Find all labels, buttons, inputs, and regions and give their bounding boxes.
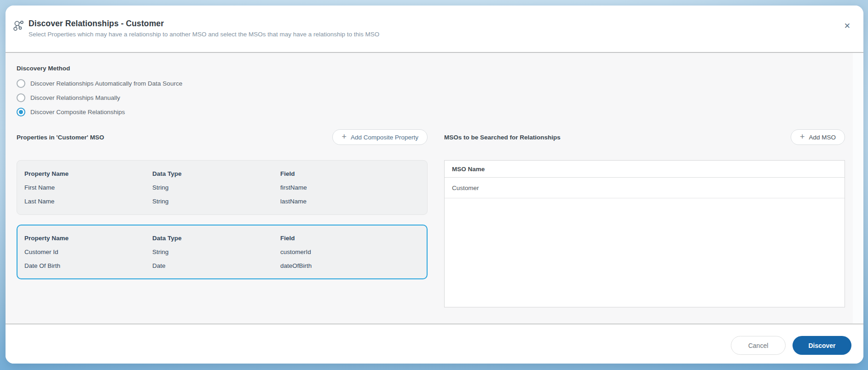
mso-panel-label: MSOs to be Searched for Relationships: [444, 134, 561, 141]
table-header-row: Property Name Data Type Field: [24, 167, 420, 180]
plus-icon: +: [800, 133, 805, 141]
dialog-header: Discover Relationships - Customer Select…: [6, 6, 863, 52]
mso-panel-header: MSOs to be Searched for Relationships + …: [444, 129, 845, 145]
radio-label: Discover Relationships Manually: [30, 94, 120, 101]
table-row[interactable]: Customer Id String customerId: [24, 245, 420, 259]
table-header-row: Property Name Data Type Field: [24, 231, 420, 245]
field-cell: dateOfBirth: [280, 262, 420, 269]
field-cell: firstName: [280, 184, 420, 191]
property-name-cell: Date Of Birth: [24, 262, 152, 269]
radio-button-icon[interactable]: [17, 79, 25, 88]
discovery-method-radio-group: Discover Relationships Automatically fro…: [17, 78, 863, 117]
radio-label: Discover Relationships Automatically fro…: [30, 80, 182, 87]
mso-table-row[interactable]: Customer: [445, 178, 845, 198]
radio-label: Discover Composite Relationships: [30, 109, 125, 116]
column-header: Field: [280, 170, 420, 177]
discover-button[interactable]: Discover: [793, 336, 851, 355]
add-composite-property-label: Add Composite Property: [351, 134, 418, 141]
discover-relationships-dialog: Discover Relationships - Customer Select…: [6, 6, 863, 364]
mso-name-column-header: MSO Name: [452, 166, 485, 173]
field-cell: customerId: [280, 249, 420, 255]
panels-row: Properties in 'Customer' MSO + Add Compo…: [17, 129, 863, 307]
radio-button-selected-icon[interactable]: [17, 108, 25, 116]
properties-panel-header: Properties in 'Customer' MSO + Add Compo…: [17, 129, 428, 145]
radio-discover-automatically[interactable]: Discover Relationships Automatically fro…: [17, 78, 863, 88]
data-type-cell: String: [152, 249, 280, 255]
dialog-header-text: Discover Relationships - Customer Select…: [29, 19, 379, 38]
column-header: Data Type: [152, 235, 280, 242]
property-group-card-selected[interactable]: Property Name Data Type Field Customer I…: [17, 225, 428, 279]
table-row[interactable]: Last Name String lastName: [24, 194, 420, 208]
data-type-cell: String: [152, 184, 280, 191]
mso-panel: MSOs to be Searched for Relationships + …: [444, 129, 845, 307]
cancel-button[interactable]: Cancel: [731, 336, 786, 355]
radio-discover-manually[interactable]: Discover Relationships Manually: [17, 92, 863, 103]
add-composite-property-button[interactable]: + Add Composite Property: [332, 129, 428, 145]
mso-table: MSO Name Customer: [444, 160, 845, 307]
column-header: Field: [280, 235, 420, 242]
data-type-cell: Date: [152, 262, 280, 269]
radio-button-icon[interactable]: [17, 93, 25, 102]
close-icon[interactable]: ✕: [844, 22, 851, 30]
field-cell: lastName: [280, 198, 420, 205]
dialog-body: Discovery Method Discover Relationships …: [6, 53, 863, 324]
property-name-cell: Last Name: [24, 198, 152, 205]
scrollbar-track[interactable]: [853, 53, 863, 324]
dialog-title: Discover Relationships - Customer: [29, 19, 379, 29]
properties-panel: Properties in 'Customer' MSO + Add Compo…: [17, 129, 428, 307]
plus-icon: +: [341, 133, 347, 141]
mso-name-cell: Customer: [452, 185, 479, 191]
relationships-cluster-icon: [12, 20, 24, 32]
property-group-card[interactable]: Property Name Data Type Field First Name…: [17, 160, 428, 215]
discovery-method-label: Discovery Method: [17, 65, 863, 72]
column-header: Data Type: [152, 170, 280, 177]
column-header: Property Name: [24, 170, 152, 177]
table-row[interactable]: First Name String firstName: [24, 180, 420, 194]
add-mso-label: Add MSO: [809, 134, 836, 141]
radio-discover-composite[interactable]: Discover Composite Relationships: [17, 107, 863, 117]
data-type-cell: String: [152, 198, 280, 205]
property-name-cell: Customer Id: [24, 249, 152, 255]
property-name-cell: First Name: [24, 184, 152, 191]
add-mso-button[interactable]: + Add MSO: [791, 129, 845, 145]
dialog-footer: Cancel Discover: [6, 324, 863, 364]
table-row[interactable]: Date Of Birth Date dateOfBirth: [24, 259, 420, 272]
mso-table-header-row: MSO Name: [445, 161, 845, 178]
dialog-subtitle: Select Properties which may have a relat…: [29, 31, 379, 38]
properties-panel-label: Properties in 'Customer' MSO: [17, 134, 104, 141]
column-header: Property Name: [24, 235, 152, 242]
